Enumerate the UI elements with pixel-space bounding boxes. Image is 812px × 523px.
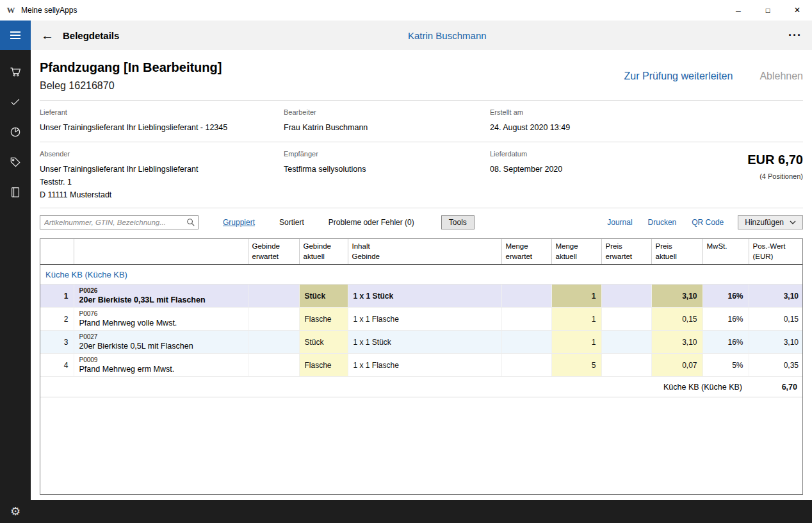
sidebar-item-journal[interactable] (0, 177, 31, 207)
cell-preis-aktuell[interactable]: 0,15 (651, 308, 702, 331)
cell-mwst: 16% (702, 285, 749, 308)
cell-preis-aktuell[interactable]: 0,07 (651, 354, 702, 377)
maximize-button[interactable]: □ (753, 0, 783, 21)
window-titlebar: W Meine sellyApps – □ × (0, 0, 812, 21)
cell-article: P0027 20er Bierkiste 0,5L mit Flaschen (74, 331, 248, 354)
sender-value: Unser Trainingslieferant Ihr Lieblingsli… (40, 163, 284, 201)
cell-pos-wert: 3,10 (749, 331, 803, 354)
forward-for-review-button[interactable]: Zur Prüfung weiterleiten (624, 71, 733, 82)
cell-gebinde-aktuell[interactable]: Stück (299, 331, 348, 354)
group-subtotal-label: Küche KB (Küche KB) (40, 377, 749, 397)
created-label: Erstellt am (490, 108, 803, 116)
cell-inhalt-gebinde: 1 x 1 Flasche (348, 308, 501, 331)
settings-gear-icon[interactable]: ⚙ (0, 504, 31, 518)
group-subtotal-value: 6,70 (749, 377, 803, 397)
problems-filter[interactable]: Probleme oder Fehler (0) (329, 218, 414, 227)
qr-code-link[interactable]: QR Code (692, 218, 724, 227)
delivery-date-label: Lieferdatum (490, 150, 656, 158)
cell-pos-wert: 0,35 (749, 354, 803, 377)
cell-gebinde-aktuell[interactable]: Flasche (299, 308, 348, 331)
col-header-pos-wert: Pos.-Wert (EUR) (749, 239, 803, 265)
position-row[interactable]: 3 P0027 20er Bierkiste 0,5L mit Flaschen… (40, 331, 803, 354)
hamburger-menu-button[interactable] (0, 21, 31, 50)
page-title: Belegdetails (63, 30, 119, 41)
cell-menge-aktuell[interactable]: 5 (551, 354, 601, 377)
col-header-article (74, 239, 248, 265)
position-row[interactable]: 2 P0076 Pfand Mehrweg volle Mwst. Flasch… (40, 308, 803, 331)
close-button[interactable]: × (783, 0, 812, 21)
window-title: Meine sellyApps (21, 6, 77, 15)
col-header-gebinde-aktuell: Gebinde aktuell (299, 239, 348, 265)
cell-preis-aktuell[interactable]: 3,10 (651, 285, 702, 308)
grouped-toggle[interactable]: Gruppiert (223, 218, 255, 227)
tools-button[interactable]: Tools (441, 215, 475, 229)
current-user[interactable]: Katrin Buschmann (408, 30, 487, 41)
col-header-inhalt-gebinde: Inhalt Gebinde (348, 239, 501, 265)
sidebar-item-reports[interactable] (0, 117, 31, 147)
recipient-value: Testfirma sellysolutions (284, 163, 490, 176)
cell-num: 4 (40, 354, 74, 377)
journal-link[interactable]: Journal (607, 218, 632, 227)
nav-sidebar: ⚙ (0, 50, 31, 523)
col-header-num (40, 239, 74, 265)
reject-button[interactable]: Ablehnen (759, 71, 803, 82)
cell-preis-erwartet (601, 331, 651, 354)
cell-menge-aktuell[interactable]: 1 (551, 285, 601, 308)
cell-inhalt-gebinde: 1 x 1 Flasche (348, 354, 501, 377)
cell-gebinde-aktuell[interactable]: Stück (299, 285, 348, 308)
col-header-menge-aktuell: Menge aktuell (551, 239, 601, 265)
cell-pos-wert: 0,15 (749, 308, 803, 331)
cell-article: P0076 Pfand Mehrweg volle Mwst. (74, 308, 248, 331)
app-logo-icon: W (6, 5, 16, 15)
print-link[interactable]: Drucken (648, 218, 677, 227)
sidebar-item-prices[interactable] (0, 147, 31, 177)
created-value: 24. August 2020 13:49 (490, 121, 803, 134)
cart-icon (9, 65, 22, 78)
cell-gebinde-aktuell[interactable]: Flasche (299, 354, 348, 377)
sidebar-item-tasks[interactable] (0, 87, 31, 117)
cell-preis-aktuell[interactable]: 3,10 (651, 331, 702, 354)
table-header-row: Gebinde erwartet Gebinde aktuell Inhalt … (40, 239, 803, 265)
col-header-preis-aktuell: Preis aktuell (651, 239, 702, 265)
search-icon (186, 218, 195, 227)
cell-inhalt-gebinde: 1 x 1 Stück (348, 331, 501, 354)
sender-label: Absender (40, 150, 284, 158)
positions-group-row: Küche KB (Küche KB) (40, 265, 803, 285)
main-content: Pfandzugang [In Bearbeitung] Beleg 16216… (31, 50, 812, 500)
editor-label: Bearbeiter (284, 108, 490, 116)
col-header-menge-erwartet: Menge erwartet (501, 239, 551, 265)
chevron-down-icon (790, 220, 796, 224)
editor-value: Frau Katrin Buschmann (284, 121, 490, 134)
total-amount: EUR 6,70 (656, 153, 803, 167)
document-title: Pfandzugang [In Bearbeitung] (40, 60, 222, 75)
position-row[interactable]: 1 P0026 20er Bierkiste 0,33L mit Flasche… (40, 285, 803, 308)
pie-chart-icon (9, 126, 22, 138)
cell-num: 1 (40, 285, 74, 308)
minimize-button[interactable]: – (724, 0, 753, 21)
sorted-toggle[interactable]: Sortiert (279, 218, 304, 227)
cell-pos-wert: 3,10 (749, 285, 803, 308)
recipient-label: Empfänger (284, 150, 490, 158)
app-header: ← Belegdetails Katrin Buschmann ··· (0, 21, 812, 50)
supplier-label: Lieferant (40, 108, 284, 116)
sidebar-item-cart[interactable] (0, 56, 31, 87)
positions-toolbar: Gruppiert Sortiert Probleme oder Fehler … (40, 215, 803, 230)
cell-menge-erwartet (501, 354, 551, 377)
col-header-gebinde-erwartet: Gebinde erwartet (248, 239, 299, 265)
cell-preis-erwartet (601, 354, 651, 377)
cell-menge-aktuell[interactable]: 1 (551, 308, 601, 331)
cell-gebinde-erwartet (248, 285, 299, 308)
more-options-button[interactable]: ··· (788, 29, 802, 42)
cell-article: P0026 20er Bierkiste 0,33L mit Flaschen (74, 285, 248, 308)
back-button[interactable]: ← (38, 28, 57, 43)
cell-gebinde-erwartet (248, 308, 299, 331)
add-button[interactable]: Hinzufügen (738, 215, 803, 229)
cell-mwst: 5% (702, 354, 749, 377)
position-count: (4 Positionen) (656, 172, 803, 180)
position-row[interactable]: 4 P0009 Pfand Mehrweg erm Mwst. Flasche … (40, 354, 803, 377)
cell-menge-aktuell[interactable]: 1 (551, 331, 601, 354)
check-icon (9, 95, 22, 108)
cell-menge-erwartet (501, 285, 551, 308)
article-search-input[interactable] (40, 215, 199, 229)
cell-preis-erwartet (601, 285, 651, 308)
